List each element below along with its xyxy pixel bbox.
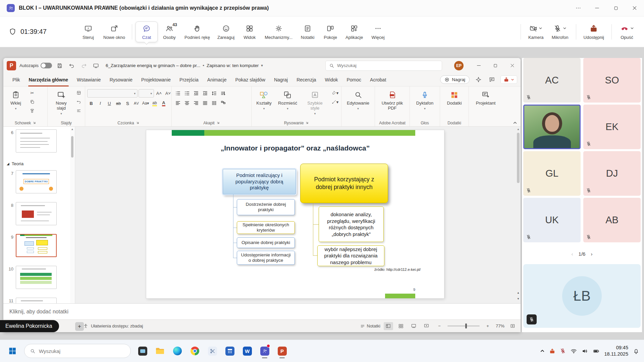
- section-header[interactable]: ◢Teoria: [7, 161, 75, 166]
- editing-button[interactable]: Edytowanie ▾: [344, 88, 372, 112]
- highlight-button[interactable]: ab: [151, 99, 159, 107]
- dialog-launcher-icon[interactable]: [33, 121, 36, 124]
- italic-button[interactable]: I: [96, 99, 104, 107]
- chrome-browser-icon[interactable]: [187, 343, 203, 359]
- camera-button[interactable]: Kamera: [525, 22, 547, 42]
- thumbnail-slide-11[interactable]: 11: [5, 298, 75, 303]
- people-button[interactable]: 43 Osoby: [158, 22, 180, 42]
- word-app-icon[interactable]: W: [239, 343, 255, 359]
- minimize-button[interactable]: [588, 0, 606, 16]
- account-avatar[interactable]: EP: [454, 61, 464, 70]
- slide-canvas[interactable]: „Innowator i propagator” oraz „naśladowc…: [146, 130, 444, 298]
- next-slide-button[interactable]: ▼: [516, 297, 520, 301]
- columns-button[interactable]: [210, 99, 218, 107]
- spotlight-tile[interactable]: ŁB: [523, 264, 641, 328]
- character-spacing-button[interactable]: AV: [132, 99, 141, 107]
- participant-video-tile[interactable]: [523, 105, 581, 149]
- collapse-ribbon-icon[interactable]: [513, 121, 517, 125]
- next-page-icon[interactable]: ›: [591, 251, 592, 257]
- tab-recenzja[interactable]: Recenzja: [292, 73, 320, 86]
- scrollbar-thumb[interactable]: [71, 136, 73, 158]
- zoom-out-button[interactable]: −: [435, 322, 444, 330]
- zoom-slider-thumb[interactable]: [465, 323, 467, 328]
- dialog-launcher-icon[interactable]: [306, 121, 309, 124]
- undo-icon[interactable]: [67, 61, 76, 70]
- reset-slide-button[interactable]: [75, 98, 83, 106]
- screen-share-indicator-icon[interactable]: [549, 348, 555, 354]
- quick-styles-button[interactable]: Szybkie style ▾: [301, 88, 329, 117]
- copilot-icon[interactable]: [474, 75, 483, 84]
- accessibility-checker[interactable]: Ułatwienia dostępu: zbadaj: [83, 323, 143, 328]
- create-pdf-button[interactable]: Utwórz plik PDF: [378, 88, 407, 113]
- wifi-icon[interactable]: [571, 348, 577, 354]
- thumbnail-slide-6[interactable]: 6: [5, 129, 75, 153]
- designer-button[interactable]: Projektant: [474, 88, 498, 108]
- format-painter-button[interactable]: [28, 107, 36, 115]
- text-direction-button[interactable]: [219, 89, 227, 97]
- participant-tile[interactable]: AB: [583, 198, 641, 242]
- zoom-slider[interactable]: [447, 325, 480, 326]
- participant-tile[interactable]: GL: [523, 151, 581, 196]
- chevron-down-icon[interactable]: [630, 26, 634, 30]
- cut-button[interactable]: ✂: [28, 89, 36, 97]
- thumbnail-slide-10[interactable]: 10: [5, 266, 75, 289]
- tab-animacje[interactable]: Animacje: [203, 73, 231, 86]
- align-right-button[interactable]: [192, 99, 200, 107]
- addins-button[interactable]: Dodatki: [444, 88, 465, 108]
- zoom-level[interactable]: 77%: [496, 323, 504, 328]
- strikethrough-button[interactable]: ab: [114, 99, 122, 107]
- edge-browser-icon[interactable]: [170, 343, 185, 359]
- rooms-button[interactable]: Pokoje: [319, 22, 341, 42]
- numbering-button[interactable]: [183, 89, 191, 97]
- tray-chevron-icon[interactable]: [540, 349, 545, 353]
- apps-button[interactable]: Aplikacje: [342, 22, 366, 42]
- terminal-app-icon[interactable]: [135, 343, 150, 359]
- scroll-up-icon[interactable]: ▲: [517, 127, 520, 131]
- bullets-button[interactable]: [174, 89, 182, 97]
- file-explorer-icon[interactable]: [152, 343, 168, 359]
- font-color-button[interactable]: A: [160, 99, 168, 107]
- tab-pokaz-slajdow[interactable]: Pokaz slajdów: [231, 73, 270, 86]
- document-title[interactable]: 6_Zarządzanie energią w gminach – dobre …: [106, 63, 263, 68]
- dialog-launcher-icon[interactable]: [217, 121, 220, 124]
- decrease-font-button[interactable]: A˅: [164, 89, 172, 98]
- save-icon[interactable]: [55, 61, 64, 70]
- ppt-close-button[interactable]: [504, 58, 521, 73]
- notes-toggle-button[interactable]: Notatki: [360, 323, 380, 328]
- previous-page-icon[interactable]: ‹: [572, 251, 573, 257]
- chat-button[interactable]: Czat: [136, 21, 158, 42]
- presenter-tag-expand-button[interactable]: +: [75, 322, 84, 331]
- battery-icon[interactable]: [593, 348, 600, 354]
- record-button[interactable]: Nagraj: [440, 75, 470, 84]
- tab-wstawianie[interactable]: Wstawianie: [72, 73, 105, 86]
- participant-tile[interactable]: UK: [523, 198, 581, 242]
- participant-tile[interactable]: AC: [523, 58, 581, 103]
- teams-app-icon[interactable]: [257, 343, 272, 359]
- paste-button[interactable]: Wklej ▾: [5, 88, 26, 112]
- arrange-button[interactable]: Rozmieść ▾: [276, 88, 299, 112]
- section-button[interactable]: [75, 107, 83, 115]
- new-slide-button[interactable]: Nowy slajd ▾: [50, 88, 73, 117]
- slide-scrollbar[interactable]: ▲ ▲ ▼: [516, 127, 521, 303]
- bold-button[interactable]: B: [87, 99, 95, 107]
- taskbar-search-input[interactable]: [39, 348, 116, 354]
- tab-narzedzia-glowne[interactable]: Narzędzia główne: [24, 73, 72, 86]
- start-button[interactable]: [5, 343, 20, 359]
- close-button[interactable]: [625, 0, 644, 16]
- scroll-up-icon[interactable]: ▲: [71, 127, 74, 131]
- justify-button[interactable]: [201, 99, 209, 107]
- previous-slide-button[interactable]: ▲: [516, 291, 520, 295]
- control-button[interactable]: Steruj: [77, 22, 99, 42]
- dialog-launcher-icon[interactable]: [136, 121, 139, 124]
- copy-button[interactable]: [28, 98, 36, 106]
- raise-hand-button[interactable]: Podnieś rękę: [181, 22, 213, 42]
- ppt-search-input[interactable]: [337, 63, 424, 68]
- shapes-button[interactable]: Kształty ▾: [254, 88, 274, 112]
- shape-outline-button[interactable]: ▾: [331, 98, 339, 106]
- zoom-in-button[interactable]: +: [483, 322, 492, 330]
- powerpoint-app-icon[interactable]: P: [274, 343, 290, 359]
- share-document-button[interactable]: [500, 75, 517, 84]
- more-options-button[interactable]: [569, 0, 588, 16]
- tab-acrobat[interactable]: Acrobat: [366, 73, 390, 86]
- chevron-down-icon[interactable]: ▾: [261, 63, 263, 68]
